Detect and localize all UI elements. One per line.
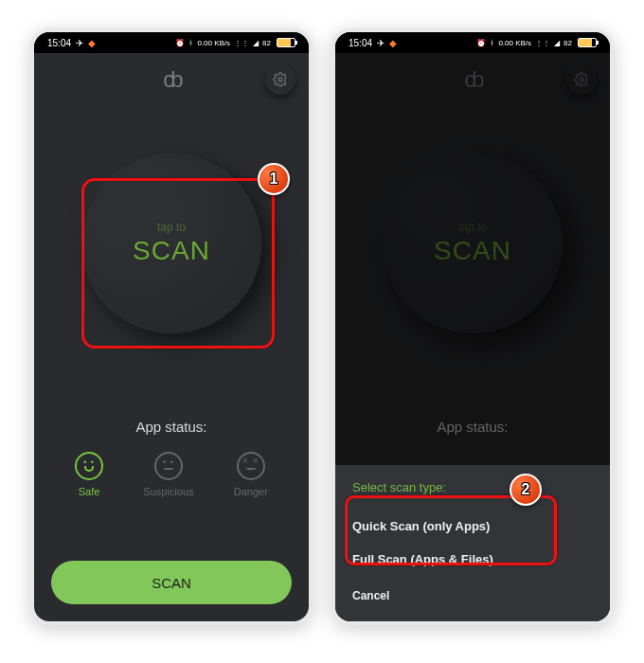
- wifi-icon: ⋮⋮: [234, 39, 249, 47]
- sheet-title: Select scan type:: [352, 480, 593, 494]
- annotation-badge-2: 2: [510, 474, 542, 506]
- clock: 15:04: [349, 38, 372, 48]
- status-safe-label: Safe: [79, 486, 100, 497]
- telegram-icon: ✈: [76, 38, 83, 48]
- alarm-icon: ⏰: [175, 39, 185, 47]
- notif-icon: ◆: [88, 38, 96, 48]
- full-scan-option[interactable]: Full Scan (Apps & Files): [352, 543, 593, 576]
- gear-icon: [273, 72, 288, 87]
- scan-button[interactable]: SCAN: [51, 561, 292, 604]
- scan-type-sheet: Select scan type: Quick Scan (only Apps)…: [335, 465, 610, 621]
- scan-button-label: SCAN: [152, 575, 191, 591]
- bluetooth-icon: ᚼ: [490, 39, 494, 47]
- face-dead-icon: [237, 452, 265, 480]
- status-suspicious[interactable]: Suspicious: [143, 452, 193, 497]
- status-bar: 15:04 ✈ ◆ ⏰ ᚼ 0.00 KB/s ⋮⋮ ◢ 82: [335, 32, 610, 53]
- app-header: cb: [335, 53, 610, 106]
- scan-word: SCAN: [434, 236, 511, 266]
- quick-scan-option[interactable]: Quick Scan (only Apps): [352, 510, 593, 543]
- app-header: cb: [34, 53, 309, 106]
- signal-icon: ◢: [554, 39, 560, 47]
- status-row: Safe Suspicious Danger: [34, 435, 309, 497]
- svg-point-0: [278, 78, 282, 81]
- battery-icon: [578, 38, 597, 47]
- annotation-badge-1: 1: [258, 163, 290, 195]
- battery-pct: 82: [564, 39, 572, 47]
- battery-icon: [277, 38, 295, 47]
- status-danger-label: Danger: [234, 486, 268, 497]
- net-speed: 0.00 KB/s: [498, 39, 531, 47]
- scan-circle-button[interactable]: tap to SCAN: [81, 153, 261, 333]
- tap-to-label: tap to: [157, 221, 186, 234]
- signal-icon: ◢: [253, 39, 259, 47]
- app-status-label: App status:: [335, 419, 610, 435]
- notif-icon: ◆: [389, 38, 397, 48]
- settings-button[interactable]: [566, 64, 597, 95]
- gear-icon: [574, 72, 589, 87]
- battery-pct: 82: [262, 39, 271, 47]
- net-speed: 0.00 KB/s: [197, 39, 230, 47]
- status-safe[interactable]: Safe: [75, 452, 103, 497]
- wifi-icon: ⋮⋮: [535, 39, 550, 47]
- scan-circle-button: tap to SCAN: [383, 153, 563, 333]
- alarm-icon: ⏰: [476, 39, 486, 47]
- face-smile-icon: [75, 452, 103, 480]
- app-logo-icon: cb: [464, 66, 480, 93]
- status-danger[interactable]: Danger: [234, 452, 268, 497]
- phone-screen-1: 15:04 ✈ ◆ ⏰ ᚼ 0.00 KB/s ⋮⋮ ◢ 82 cb tap t…: [30, 28, 313, 625]
- app-status-label: App status:: [34, 419, 309, 435]
- app-logo-icon: cb: [163, 66, 179, 93]
- clock: 15:04: [47, 38, 71, 48]
- tap-to-label: tap to: [458, 221, 487, 234]
- phone-screen-2: 15:04 ✈ ◆ ⏰ ᚼ 0.00 KB/s ⋮⋮ ◢ 82 cb tap t…: [331, 28, 614, 625]
- status-suspicious-label: Suspicious: [143, 486, 193, 497]
- cancel-option[interactable]: Cancel: [352, 576, 593, 602]
- telegram-icon: ✈: [377, 38, 385, 48]
- face-neutral-icon: [154, 452, 183, 480]
- scan-word: SCAN: [133, 236, 210, 266]
- svg-point-1: [580, 78, 583, 81]
- settings-button[interactable]: [265, 64, 295, 95]
- status-bar: 15:04 ✈ ◆ ⏰ ᚼ 0.00 KB/s ⋮⋮ ◢ 82: [34, 32, 309, 53]
- bluetooth-icon: ᚼ: [188, 39, 193, 47]
